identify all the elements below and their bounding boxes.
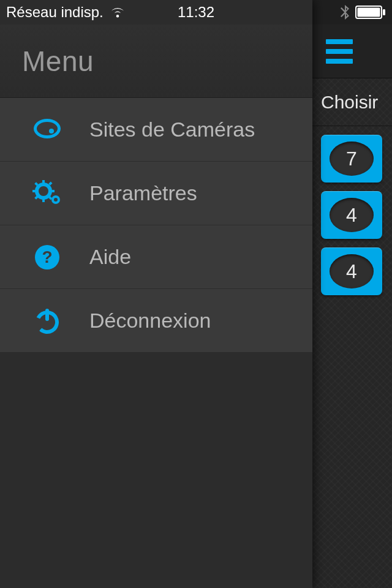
behind-topbar (312, 24, 392, 78)
camera-tile-count: 4 (330, 254, 374, 288)
wifi-icon (110, 6, 126, 18)
drawer-header: Menu (0, 24, 312, 98)
status-bar: Réseau indisp. 11:32 (0, 0, 392, 24)
menu-item-label: Aide (89, 245, 131, 269)
camera-tile-count: 7 (330, 141, 374, 176)
camera-tile[interactable]: 7 (321, 135, 382, 183)
menu-item-label: Paramètres (89, 181, 197, 205)
section-title-text: Choisir (321, 92, 378, 113)
side-drawer: Menu Sites de Caméras (0, 0, 312, 588)
gears-icon (31, 180, 64, 207)
help-icon: ? (31, 244, 64, 271)
clock-text: 11:32 (178, 4, 214, 21)
menu-item-help[interactable]: ? Aide (0, 225, 312, 289)
drawer-empty-space (0, 353, 312, 588)
status-left: Réseau indisp. (6, 4, 126, 21)
menu-item-settings[interactable]: Paramètres (0, 162, 312, 225)
app-screen: Réseau indisp. 11:32 Menu Sites de C (0, 0, 392, 588)
hamburger-icon[interactable] (326, 39, 353, 64)
svg-rect-19 (45, 309, 49, 321)
svg-rect-9 (51, 190, 55, 192)
battery-icon (355, 6, 386, 19)
svg-rect-7 (42, 198, 45, 202)
svg-point-15 (54, 198, 58, 202)
svg-rect-6 (42, 180, 45, 184)
camera-tile[interactable]: 4 (321, 247, 382, 295)
status-right (341, 5, 386, 20)
menu-item-label: Sites de Caméras (89, 118, 255, 141)
svg-rect-1 (358, 8, 380, 17)
section-title: Choisir (312, 78, 392, 126)
menu-item-camera-sites[interactable]: Sites de Caméras (0, 98, 312, 162)
camera-tile-count: 4 (330, 198, 374, 232)
menu-item-label: Déconnexion (89, 309, 211, 333)
behind-content: Choisir 7 4 4 (312, 0, 392, 588)
svg-rect-8 (32, 190, 36, 192)
bluetooth-icon (341, 5, 349, 20)
camera-tile[interactable]: 4 (321, 191, 382, 239)
camera-icon (31, 118, 64, 142)
menu-list: Sites de Caméras (0, 98, 312, 353)
svg-point-4 (37, 122, 58, 135)
camera-tiles: 7 4 4 (312, 126, 392, 588)
svg-text:?: ? (42, 247, 52, 266)
carrier-text: Réseau indisp. (6, 4, 104, 21)
svg-point-5 (49, 129, 54, 134)
power-icon (31, 307, 64, 334)
svg-rect-2 (383, 9, 385, 15)
menu-item-logout[interactable]: Déconnexion (0, 289, 312, 353)
drawer-title: Menu (22, 45, 94, 78)
